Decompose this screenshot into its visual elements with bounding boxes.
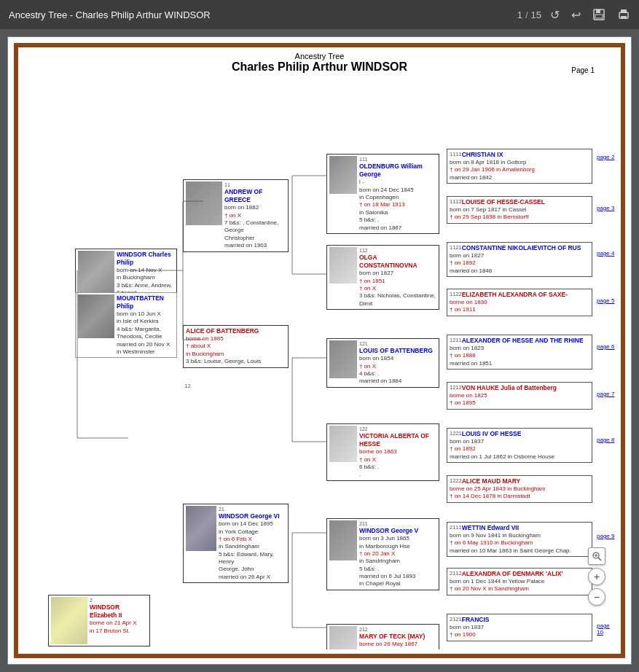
constantine-name: CONSTANTINE NIKOLAIEVITCH OF RUS — [450, 244, 589, 252]
anc-von-hauke[interactable]: 1212 VON HAUKE Julia of Battenberg borne… — [447, 382, 592, 410]
andrew-married: married on 1903 — [224, 242, 286, 249]
person-mountbatten[interactable]: MOUNTBATTEN Philip born on 10 Jun X in I… — [75, 292, 177, 358]
photo-mary-teck — [329, 626, 357, 649]
alice-maud-name: ALICE MAUD MARY — [450, 477, 589, 485]
louis-hesse-name: LOUIS IV OF HESSE — [450, 430, 589, 438]
photo-george5 — [329, 520, 357, 560]
anc-christian9[interactable]: 1111 CHRISTIAN IX born on 8 Apr 1818 in … — [447, 149, 592, 184]
charles-place: in Buckingham — [117, 274, 174, 281]
app-title: Ancestry Tree - Charles Philip Arthur WI… — [9, 9, 509, 20]
charles-born: born on 14 Nov X — [117, 267, 174, 274]
von-hauke-name: VON HAUKE Julia of Battenberg — [450, 384, 589, 392]
olga-nodenum: 112 — [359, 247, 436, 254]
andrew-bs: 7 b&s: , Constantine, George — [224, 219, 286, 235]
louis-bat-nodenum: 121 — [359, 340, 433, 347]
mountbatten-born: born on 10 Jun X — [117, 310, 174, 318]
elizabeth2-nodenum: 2 — [90, 597, 147, 603]
node-olga[interactable]: 112 OLGA CONSTANTINOVNA born on 1827 † o… — [326, 245, 439, 310]
zoom-in-button[interactable]: + — [588, 568, 605, 585]
photo-elizabeth2 — [51, 597, 87, 644]
mountbatten-married: married on 20 Nov X — [117, 341, 174, 348]
mountbatten-place: in Isle of Kerkira — [117, 318, 174, 325]
photo-louis-bat — [329, 340, 357, 378]
node-louis-battenberg[interactable]: 121 LOUIS OF BATTENBERG born on 1854 † o… — [326, 338, 439, 388]
photo-andrew — [186, 181, 222, 225]
svg-rect-2 — [595, 15, 603, 18]
page-link-wettin[interactable]: page 9 — [597, 533, 614, 539]
pdf-content: Ancestry Tree Charles Philip Arthur WIND… — [23, 52, 616, 649]
anc-louise-hesse[interactable]: 1112 LOUISE OF HESSE-CASSEL born on 7 Se… — [447, 196, 592, 224]
alexander-hesse-name: ALEXANDER OF HESSE AND THE RHINE — [450, 337, 589, 345]
photo-olga — [329, 247, 357, 284]
anc-francis[interactable]: 2121 FRANCIS born on 1837 † on 1900 — [447, 614, 592, 641]
andrew-nodenum: 11 — [224, 181, 286, 188]
node-victoria-hesse[interactable]: 122 VICTORIA ALBERTA OF HESSE borne on 1… — [326, 423, 439, 481]
ancestry-tree-label: Ancestry Tree — [23, 52, 616, 60]
refresh-icon[interactable]: ↺ — [550, 8, 560, 22]
zoom-fit-button[interactable] — [588, 547, 605, 565]
page-link-constantine[interactable]: page 4 — [597, 250, 614, 257]
mary-teck-nodenum: 212 — [359, 626, 425, 633]
anc-alice-maud[interactable]: 1222 ALICE MAUD MARY borne on 25 Apr 184… — [447, 475, 592, 503]
andrew-name: ANDREW OF GREECE — [224, 188, 286, 204]
alice-bat-died: † about X — [186, 343, 286, 350]
photo-charles — [78, 251, 114, 294]
page-link-francis[interactable]: page 10 — [597, 622, 616, 636]
anc-louis-hesse[interactable]: 1221 LOUIS IV OF HESSE born on 1837 † on… — [447, 428, 592, 463]
svg-rect-5 — [621, 16, 627, 19]
photo-oldenburg — [329, 156, 357, 194]
louise-hesse-name: LOUISE OF HESSE-CASSEL — [450, 198, 589, 206]
mountbatten-name: MOUNTBATTEN Philip — [117, 294, 174, 310]
andrew-died: † on X — [224, 212, 286, 219]
main-area: Ancestry Tree Charles Philip Arthur WIND… — [0, 29, 639, 672]
page-link-von-hauke[interactable]: page 7 — [597, 391, 614, 397]
page-link-elizabeth-saxe[interactable]: page 5 — [597, 297, 614, 304]
olga-name: OLGA CONSTANTINOVNA — [359, 254, 436, 270]
node-george5[interactable]: 211 WINDSOR George V born on 3 Jun 1865 … — [326, 518, 439, 590]
print-icon[interactable] — [617, 8, 630, 21]
george5-name: WINDSOR George V — [359, 527, 418, 535]
svg-line-22 — [598, 558, 601, 560]
anc-alexander-hesse[interactable]: 1211 ALEXANDER OF HESSE AND THE RHINE bo… — [447, 335, 592, 370]
oldenburg-nodenum: 111 — [359, 156, 436, 163]
node-12: 12 — [184, 383, 191, 389]
george6-name: WINDSOR George VI — [219, 512, 286, 520]
main-person-name: Charles Philip Arthur WINDSOR — [23, 60, 616, 74]
pdf-page: Ancestry Tree Charles Philip Arthur WIND… — [7, 36, 632, 665]
louis-bat-name: LOUIS OF BATTENBERG — [359, 347, 433, 355]
andrew-born: born on 1882 — [224, 204, 286, 211]
page-current: 1 — [517, 9, 522, 20]
anc-elizabeth-saxe[interactable]: 1122 ELIZABETH ALEXANDRA OF SAXE- borne … — [447, 289, 592, 316]
alice-bat-place: in Buckingham — [186, 351, 286, 358]
save-icon[interactable] — [592, 8, 605, 21]
person-andrew[interactable]: 11 ANDREW OF GREECE born on 1882 † on X … — [183, 179, 289, 252]
anc-alexandra-denmark[interactable]: 2112 ALEXANDRA OF DENMARK 'ALIX' born on… — [447, 568, 592, 595]
page-link-louise-hesse[interactable]: page 3 — [597, 205, 614, 211]
svg-rect-4 — [621, 9, 627, 13]
victoria-hesse-nodenum: 122 — [359, 426, 436, 432]
node-oldenburg[interactable]: 111 OLDENBURG William George l - born on… — [326, 154, 439, 234]
undo-icon[interactable]: ↩ — [571, 8, 581, 22]
wettin-name: WETTIN Edward VII — [450, 524, 589, 532]
george6-nodenum: 21 — [219, 506, 286, 512]
node-mary-teck[interactable]: 212 MARY OF TECK (MAY) borne on 26 May 1… — [326, 624, 439, 649]
oldenburg-name: OLDENBURG William George — [359, 163, 436, 179]
page-link-alexander-hesse[interactable]: page 6 — [597, 343, 614, 350]
mountbatten-bs: 4 b&s: Margarita, Theodora, Cecilie — [117, 326, 174, 341]
person-elizabeth2[interactable]: 2 WINDSOR Elizabeth II borne on 21 Apr X… — [48, 595, 150, 646]
anc-constantine[interactable]: 1121 CONSTANTINE NIKOLAIEVITCH OF RUS bo… — [447, 242, 592, 277]
alice-bat-bs: 3 b&s: Louise, George, Louis — [186, 358, 286, 365]
photo-george6 — [186, 506, 216, 551]
toolbar: Ancestry Tree - Charles Philip Arthur WI… — [0, 0, 639, 29]
anc-wettin[interactable]: 2111 WETTIN Edward VII born on 9 Nov 184… — [447, 522, 592, 557]
page-link-christian9[interactable]: page 2 — [597, 154, 614, 160]
george5-nodenum: 211 — [359, 520, 418, 527]
elizabeth-saxe-name: ELIZABETH ALEXANDRA OF SAXE- — [450, 291, 589, 299]
person-alice-battenberg[interactable]: ALICE OF BATTENBERG borne on 1885 † abou… — [183, 325, 289, 368]
page-link-louis-hesse[interactable]: page 8 — [597, 437, 614, 443]
elizabeth2-name: WINDSOR Elizabeth II — [90, 603, 147, 620]
zoom-out-button[interactable]: − — [588, 588, 605, 606]
person-george6[interactable]: 21 WINDSOR George VI born on 14 Dec 1895… — [183, 504, 289, 583]
francis-name: FRANCIS — [450, 616, 589, 624]
photo-victoria-hesse — [329, 426, 357, 462]
